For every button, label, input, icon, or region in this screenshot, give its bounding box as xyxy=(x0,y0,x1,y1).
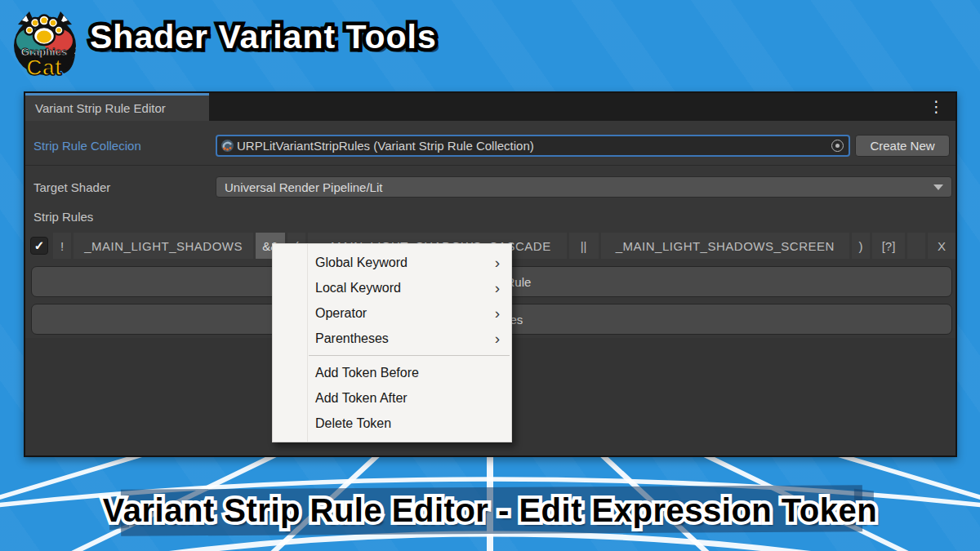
menu-item-label: Local Keyword xyxy=(315,281,401,295)
submenu-arrow-icon: › xyxy=(495,255,500,270)
target-shader-dropdown[interactable]: Universal Render Pipeline/Lit xyxy=(216,176,952,198)
kebab-menu-icon[interactable]: ⋮ xyxy=(929,96,944,118)
target-shader-value: Universal Render Pipeline/Lit xyxy=(225,180,382,194)
app-title-text: Shader Variant Tools xyxy=(90,18,437,56)
menu-item-label: Operator xyxy=(315,306,367,321)
menu-item-label: Parentheses xyxy=(315,331,389,346)
window-header: Variant Strip Rule Editor ⋮ xyxy=(25,93,956,121)
rule-enabled-checkbox[interactable]: ✓ xyxy=(30,237,48,255)
token-spacer xyxy=(907,233,925,259)
submenu-arrow-icon: › xyxy=(495,280,500,295)
menu-item-parentheses[interactable]: Parentheses› xyxy=(273,326,511,351)
menu-item-add-token-after[interactable]: Add Token After xyxy=(273,385,511,411)
menu-item-label: Delete Token xyxy=(315,416,391,431)
menu-item-label: Add Token After xyxy=(315,391,408,406)
keyword-token[interactable]: _MAIN_LIGHT_SHADOWS_SCREEN xyxy=(601,233,849,259)
menu-item-label: Add Token Before xyxy=(315,366,419,380)
caption: Variant Strip Rule Editor - Edit Express… xyxy=(0,486,980,543)
scriptable-object-icon xyxy=(220,139,234,153)
help-token[interactable]: [?] xyxy=(872,233,905,259)
menu-divider xyxy=(309,355,510,356)
strip-rule-collection-label: Strip Rule Collecion xyxy=(33,139,141,153)
logo-word-cat: Cat xyxy=(26,56,62,80)
keyword-token[interactable]: _MAIN_LIGHT_SHADOWS xyxy=(74,233,253,259)
strip-rule-collection-field[interactable]: URPLitVariantStripRules (Variant Strip R… xyxy=(216,135,850,157)
menu-item-delete-token[interactable]: Delete Token xyxy=(273,411,511,436)
chevron-down-icon xyxy=(933,184,943,190)
submenu-arrow-icon: › xyxy=(495,331,500,346)
submenu-arrow-icon: › xyxy=(495,305,500,321)
menu-item-operator[interactable]: Operator› xyxy=(273,300,511,326)
context-menu: Global Keyword›Local Keyword›Operator›Pa… xyxy=(272,243,512,442)
strip-rules-label: Strip Rules xyxy=(33,210,93,224)
tab-title: Variant Strip Rule Editor xyxy=(35,101,166,115)
caption-text: Variant Strip Rule Editor - Edit Express… xyxy=(0,492,980,529)
menu-item-add-token-before[interactable]: Add Token Before xyxy=(273,360,511,385)
divider xyxy=(25,165,956,166)
operator-token[interactable]: ! xyxy=(53,233,71,259)
menu-item-local-keyword[interactable]: Local Keyword› xyxy=(273,275,511,300)
menu-item-global-keyword[interactable]: Global Keyword› xyxy=(273,250,511,275)
app-header: Graphics Cat Shader Variant Tools Shader… xyxy=(11,3,90,82)
create-new-button[interactable]: Create New xyxy=(855,135,950,157)
strip-rule-collection-value: URPLitVariantStripRules (Variant Strip R… xyxy=(237,139,831,153)
target-shader-label: Target Shader xyxy=(33,180,110,194)
delete-rule-button[interactable]: X xyxy=(928,233,956,259)
menu-item-label: Global Keyword xyxy=(315,256,408,270)
operator-token[interactable]: ) xyxy=(852,233,870,259)
tab-variant-strip-rule-editor[interactable]: Variant Strip Rule Editor xyxy=(25,93,209,121)
graphics-cat-logo: Graphics Cat xyxy=(11,5,80,80)
object-picker-icon[interactable] xyxy=(831,140,844,152)
operator-token[interactable]: || xyxy=(569,233,599,259)
